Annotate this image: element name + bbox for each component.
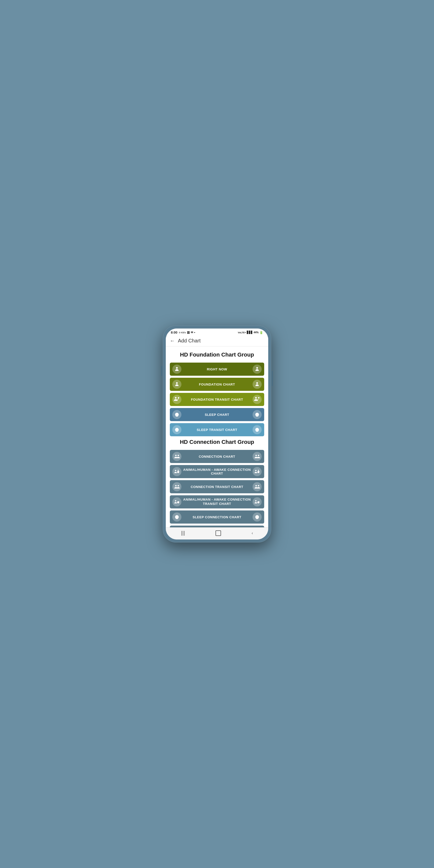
media-icon: 🖼 [187, 331, 190, 334]
sleep-chart-label: SLEEP CHART [181, 413, 253, 416]
connection-chart-label: CONNECTION CHART [181, 455, 253, 459]
nav-home[interactable] [216, 530, 221, 536]
svg-point-3 [176, 382, 178, 384]
animal-awake-connection-transit-label: ANIMAL/HUMAN - AWAKE CONNECTION TRANSIT … [181, 498, 253, 506]
sleep-connection-icon-left [172, 513, 181, 522]
animal-awake-connection-icon-right [253, 467, 262, 476]
svg-point-28 [175, 500, 176, 501]
phone-frame: 8:00 0 KB/s 🖼 ✉ ● VoLTE+ ▋▋▋ 44% 🔋 ← Add… [163, 326, 271, 542]
sleep-chart-button[interactable]: SLEEP CHART [170, 408, 264, 421]
svg-point-4 [256, 382, 258, 384]
connection-chart-button[interactable]: CONNECTION CHART [170, 450, 264, 463]
svg-point-21 [178, 471, 179, 472]
nav-recent-apps[interactable]: ||| [181, 530, 185, 536]
svg-point-27 [258, 485, 259, 487]
animal-sleep-connection-button[interactable]: ANIMAL/HUMAN - SLEEP CONNECTION CHART [170, 526, 264, 527]
right-now-label: RIGHT NOW [181, 367, 253, 371]
sleep-connection-icon-right [253, 513, 262, 522]
svg-point-17 [258, 455, 259, 456]
page-title: Add Chart [178, 338, 200, 344]
svg-point-19 [178, 470, 179, 471]
animal-awake-connection-label: ANIMAL/HUMAN - AWAKE CONNECTION CHART [181, 468, 253, 475]
svg-point-16 [255, 455, 257, 456]
sleep-connection-chart-button[interactable]: SLEEP CONNECTION CHART [170, 510, 264, 524]
foundation-chart-label: FOUNDATION CHART [181, 382, 253, 386]
foundation-chart-icon-left [172, 380, 181, 389]
svg-point-24 [175, 485, 177, 487]
nav-back[interactable]: ‹ [252, 531, 253, 535]
battery-icon: 🔋 [259, 331, 263, 334]
svg-rect-10 [176, 416, 178, 416]
app-header: ← Add Chart [166, 335, 268, 346]
svg-rect-12 [176, 431, 178, 432]
svg-point-1 [176, 367, 178, 369]
svg-point-9 [258, 397, 259, 399]
dot-icon: ● [194, 331, 195, 334]
svg-point-8 [255, 397, 257, 398]
sleep-transit-icon-right [253, 425, 262, 434]
status-bar: 8:00 0 KB/s 🖼 ✉ ● VoLTE+ ▋▋▋ 44% 🔋 [166, 329, 268, 335]
svg-point-23 [258, 470, 259, 471]
svg-point-15 [178, 455, 179, 456]
battery-label: 44% [254, 331, 259, 334]
foundation-group-heading: HD Foundation Chart Group [170, 351, 264, 358]
message-icon: ✉ [191, 331, 193, 334]
sleep-transit-icon-left [172, 425, 181, 434]
right-now-icon-left [172, 365, 181, 374]
animal-awake-connection-button[interactable]: ANIMAL/HUMAN - AWAKE CONNECTION CHART [170, 465, 264, 478]
bottom-nav: ||| ‹ [166, 527, 268, 539]
connection-chart-icon-right [253, 452, 262, 461]
animal-awake-connection-icon-left [172, 467, 181, 476]
connection-transit-icon-left [172, 482, 181, 491]
sleep-chart-icon-left [172, 410, 181, 419]
svg-point-2 [256, 367, 258, 369]
sleep-transit-chart-label: SLEEP TRANSIT CHART [181, 428, 253, 432]
status-time: 8:00 [171, 331, 177, 334]
network-label: VoLTE+ [238, 331, 246, 334]
sleep-chart-icon-right [253, 410, 262, 419]
phone-screen: 8:00 0 KB/s 🖼 ✉ ● VoLTE+ ▋▋▋ 44% 🔋 ← Add… [166, 329, 268, 539]
sleep-connection-chart-label: SLEEP CONNECTION CHART [181, 515, 253, 519]
foundation-transit-icon-right [253, 395, 262, 404]
foundation-transit-chart-button[interactable]: FOUNDATION TRANSIT CHART [170, 393, 264, 406]
animal-awake-connection-transit-button[interactable]: ANIMAL/HUMAN - AWAKE CONNECTION TRANSIT … [170, 495, 264, 508]
svg-point-25 [178, 485, 179, 487]
svg-rect-13 [256, 431, 258, 432]
sleep-transit-chart-button[interactable]: SLEEP TRANSIT CHART [170, 423, 264, 436]
svg-point-5 [175, 397, 176, 398]
status-left: 8:00 0 KB/s 🖼 ✉ ● [171, 331, 195, 334]
right-now-button[interactable]: RIGHT NOW [170, 363, 264, 376]
foundation-transit-icon-left [172, 395, 181, 404]
svg-point-22 [255, 470, 256, 471]
svg-rect-31 [256, 519, 258, 519]
svg-point-20 [178, 471, 178, 472]
right-now-icon-right [253, 365, 262, 374]
svg-point-29 [255, 500, 256, 501]
back-button[interactable]: ← [170, 338, 175, 344]
signal-bars: ▋▋▋ [247, 331, 253, 334]
content-area: HD Foundation Chart Group RIGHT NOW [166, 346, 268, 527]
svg-point-14 [175, 455, 177, 456]
connection-transit-chart-button[interactable]: CONNECTION TRANSIT CHART [170, 480, 264, 493]
connection-transit-icon-right [253, 482, 262, 491]
foundation-chart-button[interactable]: FOUNDATION CHART [170, 378, 264, 391]
foundation-chart-icon-right [253, 380, 262, 389]
svg-point-26 [255, 485, 257, 487]
connection-transit-chart-label: CONNECTION TRANSIT CHART [181, 485, 253, 489]
connection-chart-icon-left [172, 452, 181, 461]
foundation-transit-chart-label: FOUNDATION TRANSIT CHART [181, 398, 253, 401]
status-data-speed: 0 KB/s [179, 331, 186, 334]
svg-rect-30 [176, 519, 178, 519]
svg-point-18 [175, 470, 176, 471]
status-right: VoLTE+ ▋▋▋ 44% 🔋 [238, 331, 263, 334]
connection-group-heading: HD Connection Chart Group [170, 439, 264, 445]
animal-awake-transit-icon-left [172, 497, 181, 506]
animal-awake-transit-icon-right [253, 497, 262, 506]
svg-rect-11 [256, 416, 258, 416]
